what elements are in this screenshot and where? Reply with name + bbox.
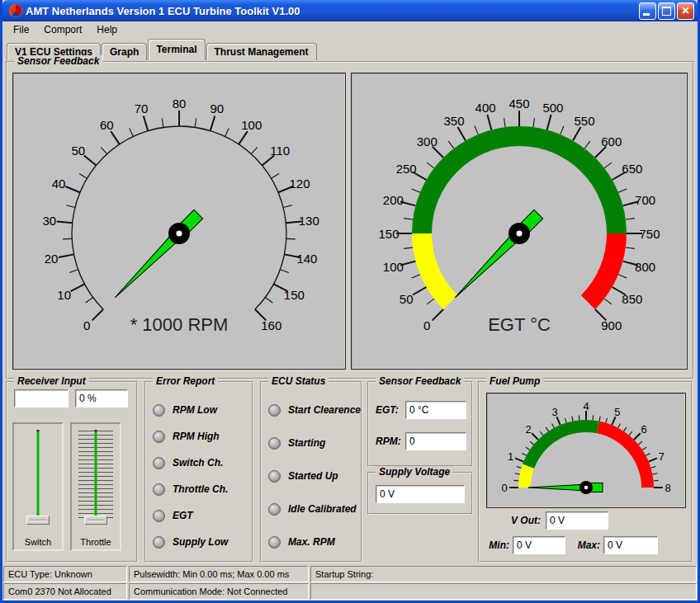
receiver-raw-input[interactable] [14, 389, 69, 407]
svg-text:50: 50 [400, 292, 414, 306]
receiver-input-group-title: Receiver Input [14, 375, 89, 387]
status-ecu-type: ECU Type: Unknown [3, 566, 127, 582]
tab-terminal[interactable]: Terminal [148, 39, 205, 60]
status-row-start-clearence: Start Clearence [268, 404, 357, 416]
tab-thrust-management[interactable]: Thrust Management [206, 43, 317, 60]
svg-text:3: 3 [551, 406, 557, 418]
v-out-label: V Out: [499, 515, 541, 526]
egt-value-label: EGT: [376, 404, 399, 416]
maximize-icon [662, 7, 671, 16]
svg-text:750: 750 [639, 227, 660, 241]
menu-help[interactable]: Help [89, 22, 125, 37]
svg-text:80: 80 [173, 97, 187, 111]
v-out-display: 0 V [546, 511, 608, 530]
svg-text:0: 0 [501, 482, 507, 494]
led-switch-ch [153, 457, 165, 469]
egt-gauge-panel: 0501001502002503003504004505005506006507… [351, 73, 688, 370]
minimize-icon [643, 13, 650, 16]
led-starting [268, 437, 281, 450]
led-supply-low [153, 536, 165, 549]
close-button[interactable]: ✕ [677, 2, 694, 20]
sensor-feedback-group: Sensor Feedback 010203040506070809010011… [6, 61, 694, 379]
receiver-percent-display: 0 % [75, 389, 128, 407]
svg-text:1: 1 [508, 450, 513, 463]
error-row-rpm-low: RPM Low [153, 404, 248, 416]
status-communication-mode: Communication Mode: Not Connected [129, 583, 309, 600]
svg-text:8: 8 [665, 482, 670, 494]
sensor-values-group: Sensor Feedback EGT: 0 °C RPM: 0 [367, 381, 473, 467]
svg-text:450: 450 [508, 97, 529, 111]
svg-text:400: 400 [475, 101, 496, 115]
svg-text:7: 7 [659, 450, 665, 463]
svg-text:110: 110 [270, 144, 290, 158]
app-icon [9, 4, 22, 17]
led-started-up [268, 470, 281, 483]
throttle-slider-thumb[interactable] [84, 516, 107, 525]
svg-text:2: 2 [525, 423, 531, 436]
svg-text:60: 60 [100, 118, 114, 132]
svg-text:130: 130 [299, 214, 319, 228]
switch-slider[interactable]: Switch [12, 422, 64, 551]
sensor-values-group-title: Sensor Feedback [376, 375, 464, 387]
status-row-starting: Starting [268, 437, 357, 449]
status-bar-row-2: Com0 2370 Not Allocated Communication Mo… [2, 583, 698, 600]
svg-text:20: 20 [45, 252, 59, 266]
menu-bar: File Comport Help [2, 21, 698, 38]
throttle-slider[interactable]: Throttle [70, 422, 121, 551]
svg-text:650: 650 [622, 162, 642, 176]
rpm-value-display: 0 [405, 432, 466, 450]
maximize-button[interactable] [658, 2, 675, 20]
supply-voltage-group: Supply Voltage 0 V [367, 472, 473, 515]
menu-comport[interactable]: Comport [36, 22, 89, 37]
svg-text:6: 6 [641, 423, 646, 436]
svg-text:700: 700 [635, 193, 655, 207]
svg-text:50: 50 [72, 144, 86, 158]
svg-text:200: 200 [383, 193, 404, 207]
svg-text:150: 150 [378, 227, 399, 241]
supply-voltage-group-title: Supply Voltage [376, 466, 453, 478]
menu-file[interactable]: File [6, 22, 36, 37]
svg-text:160: 160 [261, 318, 281, 332]
status-row-max-rpm: Max. RPM [268, 536, 357, 548]
svg-text:EGT °C: EGT °C [488, 314, 551, 335]
max-display: 0 V [603, 536, 658, 554]
led-throttle-ch [153, 483, 165, 496]
fuel-pump-gauge: 012345678 [487, 393, 685, 507]
status-row-idle-calibrated: Idle Calibrated [268, 503, 357, 515]
min-label: Min: [485, 539, 509, 551]
max-label: Max: [572, 539, 600, 551]
tab-graph[interactable]: Graph [102, 43, 147, 60]
svg-text:100: 100 [383, 260, 404, 274]
svg-text:140: 140 [296, 252, 317, 266]
title-bar[interactable]: AMT Netherlands Version 1 ECU Turbine To… [2, 0, 698, 21]
svg-text:* 1000 RPM: * 1000 RPM [130, 314, 229, 335]
fuel-pump-group-title: Fuel Pump [486, 375, 543, 387]
ecu-status-group-title: ECU Status [268, 375, 329, 387]
fuel-pump-gauge-panel: 012345678 [486, 393, 686, 508]
svg-text:30: 30 [42, 214, 56, 228]
svg-text:350: 350 [443, 114, 464, 128]
svg-text:40: 40 [52, 177, 66, 191]
app-window: AMT Netherlands Version 1 ECU Turbine To… [0, 0, 700, 603]
led-egt [153, 510, 165, 522]
egt-gauge: 0501001502002503003504004505005506006507… [352, 73, 687, 369]
svg-text:70: 70 [135, 101, 149, 115]
error-row-supply-low: Supply Low [153, 536, 248, 548]
window-title: AMT Netherlands Version 1 ECU Turbine To… [26, 5, 639, 17]
svg-text:500: 500 [542, 101, 563, 115]
rpm-value-label: RPM: [376, 436, 401, 447]
svg-text:0: 0 [423, 318, 430, 332]
egt-value-display: 0 °C [405, 401, 466, 419]
svg-text:600: 600 [601, 134, 622, 148]
window-controls: ✕ [639, 2, 694, 20]
svg-text:0: 0 [83, 318, 90, 332]
svg-text:90: 90 [210, 101, 225, 115]
fuel-pump-group: Fuel Pump 012345678 V Out: 0 V Min: 0 V … [478, 381, 693, 563]
svg-text:120: 120 [289, 177, 310, 191]
switch-slider-thumb[interactable] [26, 516, 50, 525]
close-icon: ✕ [681, 5, 689, 16]
minimize-button[interactable] [639, 2, 656, 20]
status-pulsewidth: Pulsewidth: Min 0.00 ms; Max 0.00 ms [129, 566, 309, 582]
status-row-started-up: Started Up [268, 470, 357, 482]
svg-text:100: 100 [241, 118, 262, 132]
